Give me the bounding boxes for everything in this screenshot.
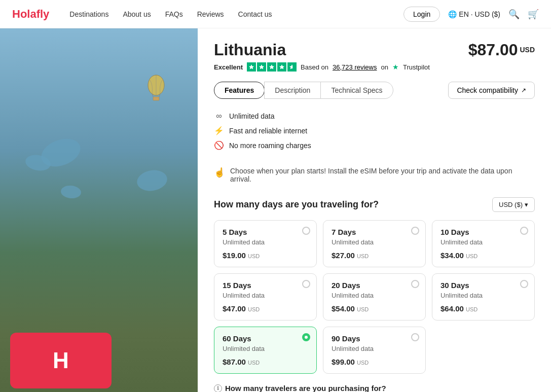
plan-15days-price: $47.00 USD: [223, 304, 308, 313]
plan-60days-data: Unlimited data: [223, 345, 308, 352]
plan-7days[interactable]: 7 Days Unlimited data $27.00 USD: [323, 220, 426, 267]
esim-h-letter: H: [53, 348, 69, 373]
page-layout: H Scan the QR code and connect instantly…: [0, 28, 551, 392]
svg-marker-9: [289, 64, 295, 69]
plan-30days[interactable]: 30 Days Unlimited data $64.00 USD: [432, 273, 535, 320]
travelers-label-row: ℹ How many travelers are you purchasing …: [214, 384, 386, 392]
plan-30days-radio: [520, 280, 528, 288]
nav-faqs[interactable]: FAQs: [165, 10, 183, 18]
tabs-row: Features Description Technical Specs Che…: [214, 82, 535, 99]
trustpilot-row: Excellent Based on 36,723 reviews on ★ T…: [214, 62, 535, 72]
plan-7days-radio: [411, 227, 419, 235]
plan-20days-price: $54.00 USD: [332, 304, 417, 313]
plan-15days-label: 15 Days: [223, 281, 308, 290]
feature-roaming-text: No more roaming charges: [229, 141, 311, 150]
plan-60days-label: 60 Days: [223, 334, 308, 343]
price-block: $87.00 USD: [468, 41, 535, 59]
logo[interactable]: Holafly: [12, 8, 49, 21]
svg-marker-6: [259, 64, 264, 69]
plan-90days-data: Unlimited data: [332, 345, 417, 352]
plan-10days-radio: [520, 227, 528, 235]
tp-star-4: [277, 62, 286, 72]
tp-platform-icon: ★: [392, 63, 399, 71]
external-link-icon: ↗: [521, 87, 526, 94]
plan-20days[interactable]: 20 Days Unlimited data $54.00 USD: [323, 273, 426, 320]
plan-90days-radio: [411, 333, 419, 341]
currency-value: USD ($): [499, 201, 523, 208]
feature-unlimited-text: Unlimited data: [229, 112, 275, 120]
card-overlay: H Scan the QR code and connect instantly: [0, 323, 198, 392]
price-value: $87.00: [468, 41, 518, 59]
plan-7days-price: $27.00 USD: [332, 251, 417, 260]
svg-rect-4: [153, 97, 159, 100]
days-title: How many days are you traveling for?: [214, 199, 379, 210]
plan-15days-radio: [302, 280, 310, 288]
language-selector[interactable]: 🌐 EN · USD ($): [448, 10, 500, 18]
tp-rating: Excellent: [214, 63, 243, 71]
feature-unlimited: ∞ Unlimited data: [214, 109, 535, 123]
cart-icon[interactable]: 🛒: [528, 9, 539, 20]
feature-fast-text: Fast and reliable internet: [229, 127, 307, 135]
hand-icon: ☝️: [214, 167, 225, 178]
plan-30days-label: 30 Days: [440, 281, 526, 290]
infinity-icon: ∞: [214, 112, 224, 121]
right-content: Lithuania $87.00 USD Excellent Based on …: [198, 28, 551, 392]
esim-card: H: [10, 333, 112, 388]
login-button[interactable]: Login: [403, 7, 440, 22]
plan-90days[interactable]: 90 Days Unlimited data $99.00 USD: [323, 327, 426, 374]
nav-right: Login 🌐 EN · USD ($) 🔍 🛒: [403, 7, 539, 22]
travelers-label-text: How many travelers are you purchasing fo…: [225, 384, 386, 392]
plan-10days[interactable]: 10 Days Unlimited data $34.00 USD: [432, 220, 535, 267]
days-section-header: How many days are you traveling for? USD…: [214, 197, 535, 212]
tp-platform: Trustpilot: [403, 63, 430, 71]
plan-10days-label: 10 Days: [440, 228, 526, 236]
plan-15days-data: Unlimited data: [223, 292, 308, 299]
tab-features[interactable]: Features: [214, 82, 265, 99]
plan-5days-price: $19.00 USD: [223, 251, 308, 260]
search-icon[interactable]: 🔍: [508, 9, 520, 20]
currency-selector[interactable]: USD ($) ▾: [492, 197, 535, 212]
feature-fast: ⚡ Fast and reliable internet: [214, 123, 535, 138]
plan-10days-price: $34.00 USD: [440, 251, 526, 260]
balloon-icon: [145, 74, 167, 102]
plan-5days[interactable]: 5 Days Unlimited data $19.00 USD: [214, 220, 317, 267]
nav-contact[interactable]: Contact us: [238, 10, 272, 18]
plan-7days-data: Unlimited data: [332, 238, 417, 246]
destination-image: H Scan the QR code and connect instantly: [0, 28, 198, 392]
svg-marker-5: [249, 64, 254, 69]
lightning-icon: ⚡: [214, 126, 224, 135]
svg-marker-8: [279, 64, 284, 69]
svg-marker-7: [269, 64, 274, 69]
plan-90days-label: 90 Days: [332, 334, 417, 343]
plan-7days-label: 7 Days: [332, 228, 417, 236]
travelers-info-icon: ℹ: [214, 384, 222, 393]
info-text: Choose when your plan starts! Install th…: [230, 167, 535, 183]
tab-technical[interactable]: Technical Specs: [320, 82, 393, 99]
plan-60days[interactable]: 60 Days Unlimited data $87.00 USD: [214, 327, 317, 374]
tp-star-3: [267, 62, 276, 72]
plan-90days-price: $99.00 USD: [332, 358, 417, 366]
page-title: Lithuania: [214, 41, 286, 59]
tp-star-2: [257, 62, 266, 72]
check-compatibility-button[interactable]: Check compatibility ↗: [448, 82, 535, 99]
tab-description[interactable]: Description: [264, 82, 321, 99]
plan-5days-label: 5 Days: [223, 228, 308, 236]
plan-20days-label: 20 Days: [332, 281, 417, 290]
tp-star-1: [247, 62, 256, 72]
nav-about[interactable]: About us: [123, 10, 151, 18]
check-compat-label: Check compatibility: [457, 86, 518, 94]
tp-star-5-half: [287, 62, 297, 72]
features-list: ∞ Unlimited data ⚡ Fast and reliable int…: [214, 109, 535, 153]
plan-5days-data: Unlimited data: [223, 238, 308, 246]
plan-15days[interactable]: 15 Days Unlimited data $47.00 USD: [214, 273, 317, 320]
nav-links: Destinations About us FAQs Reviews Conta…: [69, 10, 403, 18]
nav-destinations[interactable]: Destinations: [69, 10, 108, 18]
plan-60days-radio: [302, 333, 310, 341]
nav-reviews[interactable]: Reviews: [197, 10, 224, 18]
globe-icon: 🌐: [448, 10, 457, 18]
no-roaming-icon: 🚫: [214, 140, 224, 150]
title-row: Lithuania $87.00 USD: [214, 41, 535, 59]
tp-reviews-link[interactable]: 36,723 reviews: [333, 63, 377, 71]
plan-20days-data: Unlimited data: [332, 292, 417, 299]
plan-60days-price: $87.00 USD: [223, 358, 308, 366]
